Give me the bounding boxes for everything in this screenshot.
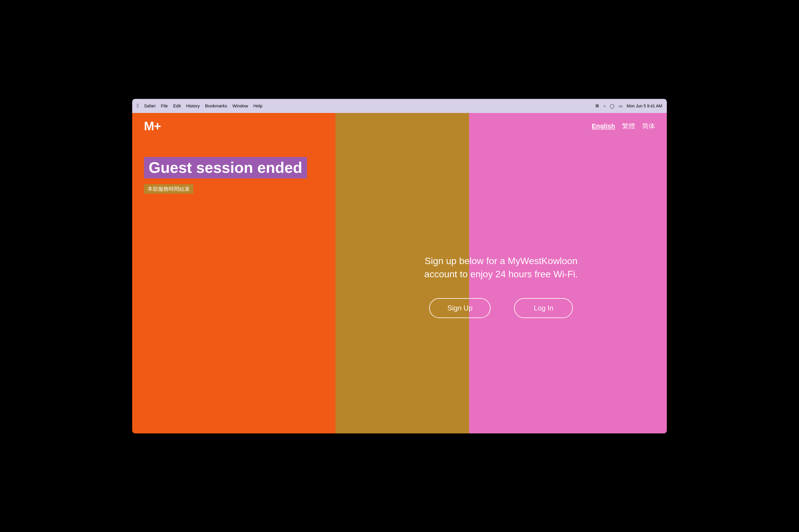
header-right-bg: English 繁體 简体 bbox=[469, 113, 667, 139]
wifi-icon: ⌘ bbox=[595, 103, 599, 108]
subtitle-chinese: 本節服務時間結束 bbox=[144, 184, 193, 194]
sign-up-button[interactable]: Sign Up bbox=[429, 298, 491, 318]
website: M+ English 繁體 简体 Guest session ended 本節服… bbox=[132, 113, 667, 433]
battery-icon: ▭ bbox=[619, 103, 622, 108]
menubar-file[interactable]: File bbox=[161, 103, 168, 108]
globe-icon: ◯ bbox=[610, 103, 615, 108]
col-orange: Guest session ended 本節服務時間結束 bbox=[132, 139, 335, 433]
menubar-window[interactable]: Window bbox=[232, 103, 248, 108]
menubar-safari[interactable]: Safari bbox=[144, 103, 156, 108]
menubar-edit[interactable]: Edit bbox=[173, 103, 181, 108]
menubar-help[interactable]: Help bbox=[254, 103, 262, 108]
lang-english[interactable]: English bbox=[592, 122, 615, 130]
log-in-button[interactable]: Log In bbox=[514, 298, 573, 318]
menubar-time: Mon Jun 5 9:41 AM bbox=[627, 103, 662, 108]
header-middle-bg bbox=[335, 113, 469, 139]
header-left-bg: M+ bbox=[132, 113, 335, 139]
lang-traditional-chinese[interactable]: 繁體 bbox=[622, 122, 635, 131]
menubar:  Safari File Edit History Bookmarks Win… bbox=[132, 99, 667, 113]
subtitle-chinese-wrapper: 本節服務時間結束 bbox=[144, 184, 324, 194]
site-header: M+ English 繁體 简体 bbox=[132, 113, 667, 139]
guest-session-title: Guest session ended bbox=[144, 157, 307, 178]
buttons-row: Sign Up Log In bbox=[429, 298, 573, 318]
menubar-bookmarks[interactable]: Bookmarks bbox=[205, 103, 227, 108]
browser-window:  Safari File Edit History Bookmarks Win… bbox=[132, 99, 667, 433]
menubar-left:  Safari File Edit History Bookmarks Win… bbox=[137, 103, 595, 109]
menubar-right: ⌘ ○ ◯ ▭ Mon Jun 5 9:41 AM bbox=[595, 103, 662, 108]
center-content: Sign up below for a MyWestKowloon accoun… bbox=[335, 139, 667, 433]
lang-simplified-chinese[interactable]: 简体 bbox=[642, 122, 655, 131]
signup-text: Sign up below for a MyWestKowloon accoun… bbox=[413, 254, 589, 281]
logo[interactable]: M+ bbox=[144, 119, 161, 133]
menubar-history[interactable]: History bbox=[186, 103, 200, 108]
main-content: Guest session ended 本節服務時間結束 Sign up bel… bbox=[132, 139, 667, 433]
guest-session-title-wrapper: Guest session ended bbox=[144, 157, 324, 178]
language-nav: English 繁體 简体 bbox=[592, 122, 655, 131]
search-icon: ○ bbox=[603, 103, 606, 108]
apple-icon:  bbox=[137, 103, 139, 109]
